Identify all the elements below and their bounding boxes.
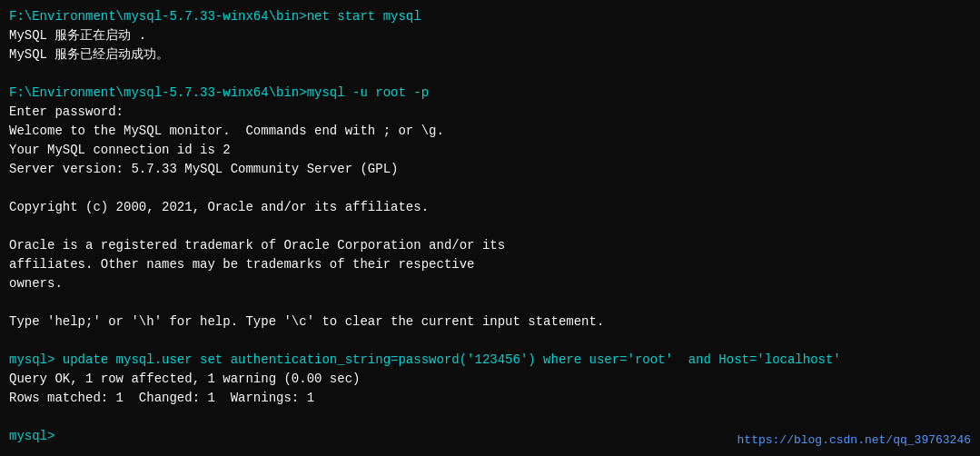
text-line-8: Your MySQL connection id is 2	[9, 143, 231, 157]
terminal-output: F:\Environment\mysql-5.7.33-winx64\bin>n…	[9, 7, 971, 446]
text-line-15: owners.	[9, 276, 63, 291]
line-5: F:\Environment\mysql-5.7.33-winx64\bin>m…	[9, 84, 971, 103]
text-line-14: affiliates. Other names may be trademark…	[9, 257, 474, 272]
empty-line-2	[9, 179, 971, 198]
text-line-21: Rows matched: 1 Changed: 1 Warnings: 1	[9, 391, 314, 405]
text-line-7: Welcome to the MySQL monitor. Commands e…	[9, 124, 444, 138]
terminal-window: F:\Environment\mysql-5.7.33-winx64\bin>n…	[0, 0, 980, 456]
empty-line-1	[9, 64, 971, 84]
text-line-17: Type 'help;' or '\h' for help. Type '\c'…	[9, 314, 604, 329]
empty-line-4	[9, 293, 971, 312]
line-13: Oracle is a registered trademark of Orac…	[9, 236, 971, 255]
line-1: F:\Environment\mysql-5.7.33-winx64\bin>n…	[9, 7, 971, 26]
line-21: Rows matched: 1 Changed: 1 Warnings: 1	[9, 389, 971, 408]
text-line-3: MySQL 服务已经启动成功。	[9, 47, 169, 62]
text-line-5: F:\Environment\mysql-5.7.33-winx64\bin>m…	[9, 85, 429, 100]
text-line-1: F:\Environment\mysql-5.7.33-winx64\bin>n…	[9, 9, 421, 24]
text-line-20: Query OK, 1 row affected, 1 warning (0.0…	[9, 372, 360, 386]
line-17: Type 'help;' or '\h' for help. Type '\c'…	[9, 312, 971, 332]
watermark: https://blog.csdn.net/qq_39763246	[737, 431, 971, 450]
line-15: owners.	[9, 274, 971, 293]
empty-line-3	[9, 217, 971, 236]
empty-line-6	[9, 408, 971, 427]
empty-line-5	[9, 332, 971, 351]
line-9: Server version: 5.7.33 MySQL Community S…	[9, 160, 971, 179]
line-2: MySQL 服务正在启动 .	[9, 26, 971, 45]
line-3: MySQL 服务已经启动成功。	[9, 45, 971, 64]
text-line-9: Server version: 5.7.33 MySQL Community S…	[9, 162, 398, 176]
line-14: affiliates. Other names may be trademark…	[9, 255, 971, 274]
line-20: Query OK, 1 row affected, 1 warning (0.0…	[9, 370, 971, 389]
text-line-23: mysql>	[9, 429, 63, 443]
line-19: mysql> update mysql.user set authenticat…	[9, 351, 971, 370]
line-7: Welcome to the MySQL monitor. Commands e…	[9, 122, 971, 141]
text-line-6: Enter password:	[9, 104, 124, 119]
text-line-19: mysql> update mysql.user set authenticat…	[9, 352, 841, 367]
text-line-13: Oracle is a registered trademark of Orac…	[9, 238, 505, 253]
text-line-11: Copyright (c) 2000, 2021, Oracle and/or …	[9, 200, 429, 214]
text-line-2: MySQL 服务正在启动 .	[9, 28, 146, 43]
line-6: Enter password:	[9, 103, 971, 122]
line-8: Your MySQL connection id is 2	[9, 141, 971, 160]
line-11: Copyright (c) 2000, 2021, Oracle and/or …	[9, 198, 971, 217]
